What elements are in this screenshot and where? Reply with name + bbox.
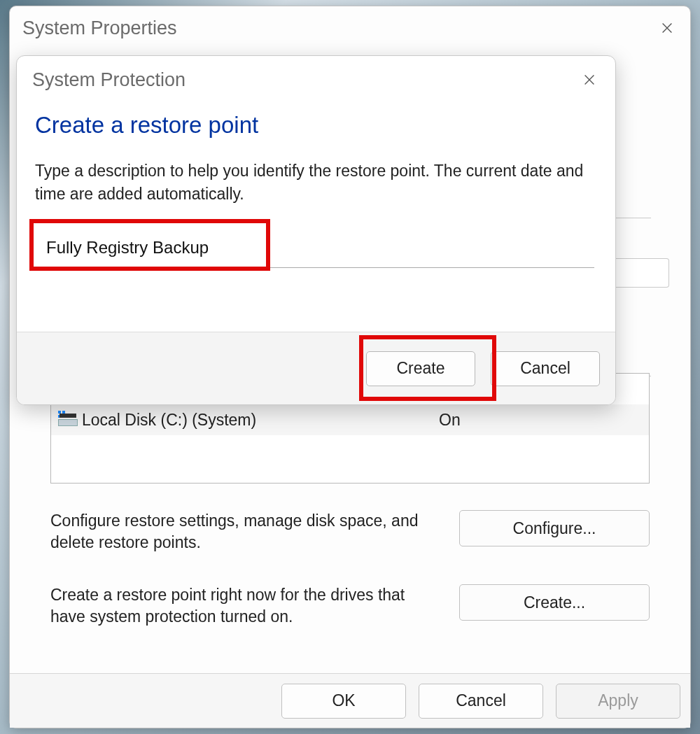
table-row[interactable]: Local Disk (C:) (System) On xyxy=(51,404,649,435)
partial-input-fragment xyxy=(609,258,669,288)
system-properties-body: New Volume (D:) Off Local Disk (C:) (Sys… xyxy=(10,373,690,628)
configure-button[interactable]: Configure... xyxy=(459,510,650,546)
system-protection-footer: Create Cancel xyxy=(17,332,615,404)
create-restore-point-button[interactable]: Create... xyxy=(459,584,650,621)
create-section: Create a restore point right now for the… xyxy=(50,584,650,628)
close-icon[interactable] xyxy=(579,69,600,90)
create-description: Create a restore point right now for the… xyxy=(50,584,440,628)
system-protection-titlebar: System Protection xyxy=(17,56,615,98)
apply-button: Apply xyxy=(556,684,680,719)
table-empty-area xyxy=(51,435,649,483)
system-protection-body: Create a restore point Type a descriptio… xyxy=(17,98,615,332)
system-properties-title: System Properties xyxy=(22,17,177,39)
dialog-button-bar: OK Cancel Apply xyxy=(10,673,690,728)
cancel-button[interactable]: Cancel xyxy=(419,684,543,719)
cancel-button[interactable]: Cancel xyxy=(491,351,600,386)
configure-section: Configure restore settings, manage disk … xyxy=(50,510,650,553)
ok-button[interactable]: OK xyxy=(281,684,406,719)
system-protection-title: System Protection xyxy=(32,69,186,91)
description-input-wrap xyxy=(35,226,597,271)
close-icon[interactable] xyxy=(657,17,678,38)
drive-protection-status: On xyxy=(439,411,642,430)
configure-description: Configure restore settings, manage disk … xyxy=(50,510,440,553)
restore-point-description-input[interactable] xyxy=(38,229,594,268)
system-protection-dialog: System Protection Create a restore point… xyxy=(16,55,616,405)
dialog-instruction: Type a description to help you identify … xyxy=(35,160,597,206)
system-drive-icon xyxy=(58,414,78,426)
create-button[interactable]: Create xyxy=(366,351,475,386)
system-properties-titlebar: System Properties xyxy=(10,6,690,48)
drive-name: Local Disk (C:) (System) xyxy=(82,411,256,430)
dialog-heading: Create a restore point xyxy=(35,112,597,139)
